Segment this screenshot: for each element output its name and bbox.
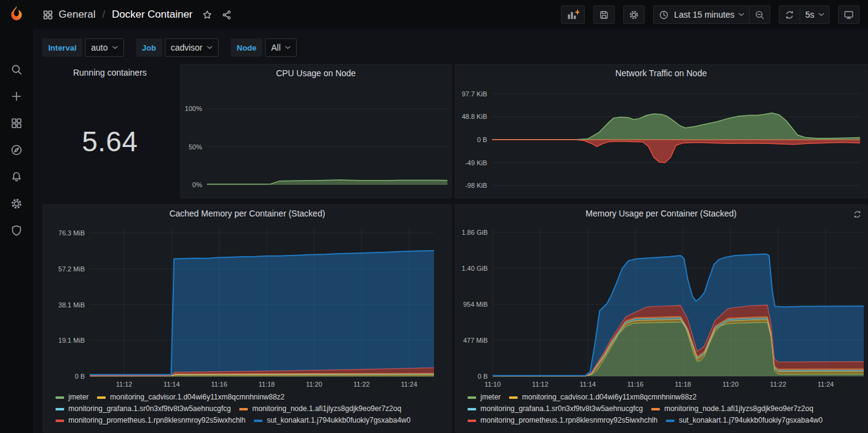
star-icon[interactable] <box>202 10 212 20</box>
y-tick-label: 19.1 MiB <box>59 337 85 344</box>
shield-icon[interactable] <box>10 224 23 237</box>
legend-label: jmeter <box>480 392 501 403</box>
y-tick-label: 50% <box>189 143 202 151</box>
legend-swatch <box>56 408 64 410</box>
x-tick-label: 11:14 <box>580 381 596 388</box>
legend-item[interactable]: monitoring_prometheus.1.rpn8klesnmroy92s… <box>56 415 245 426</box>
variable-job-value[interactable]: cadvisor <box>165 38 219 57</box>
legend-item[interactable]: monitoring_prometheus.1.rpn8klesnmroy92s… <box>468 415 657 426</box>
search-icon[interactable] <box>10 63 23 76</box>
panel-title[interactable]: Network Traffic on Node <box>455 68 867 78</box>
settings-icon[interactable] <box>10 198 23 210</box>
explore-icon[interactable] <box>10 144 23 156</box>
x-tick-label: 11:16 <box>627 381 643 388</box>
legend-row: jmetermonitoring_cadvisor.1.d04wi6y11xm8… <box>468 392 862 403</box>
time-picker: Last 15 minutes <box>653 5 770 24</box>
dashboards-icon[interactable] <box>10 117 23 129</box>
legend-row: monitoring_grafana.1.sr0n3xf9tv8t3w5aehn… <box>468 403 862 415</box>
legend-item[interactable]: monitoring_cadvisor.1.d04wi6y11xm8qcmnhn… <box>97 392 284 403</box>
y-tick-label: 0% <box>192 181 202 188</box>
legend-item[interactable]: jmeter <box>56 392 89 403</box>
dashboard-grid-icon <box>43 10 53 20</box>
legend-label: monitoring_node.1.afi1jlyzs8gdjk9eo9er7z… <box>252 403 401 415</box>
legend-label: monitoring_prometheus.1.rpn8klesnmroy92s… <box>68 415 245 426</box>
legend-swatch <box>239 408 248 410</box>
variable-job: Job cadvisor <box>136 38 219 57</box>
chevron-down-icon <box>739 13 744 16</box>
topbar: General / Docker Container Last 15 minut… <box>33 0 868 29</box>
refresh-interval-button[interactable]: 5s <box>800 6 829 23</box>
legend-item[interactable]: sut_konakart.1.j794ukkb0fuokiy7gsxaba4w0 <box>254 415 411 426</box>
legend-swatch <box>97 396 106 399</box>
legend-item[interactable]: monitoring_node.1.afi1jlyzs8gdjk9eo9er7z… <box>239 403 401 415</box>
panel-title[interactable]: Memory Usage per Container (Stacked) <box>455 209 867 218</box>
legend-swatch <box>468 408 476 410</box>
chevron-down-icon <box>819 13 824 16</box>
legend-item[interactable]: monitoring_cadvisor.1.d04wi6y11xm8qcmnhn… <box>509 392 696 403</box>
panel-refresh-icon[interactable] <box>853 210 862 219</box>
y-tick-label: 38.1 MiB <box>59 301 85 309</box>
x-tick-label: 11:20 <box>306 381 322 388</box>
variable-node-value[interactable]: All <box>265 38 297 57</box>
legend-label: jmeter <box>68 392 89 403</box>
variable-node: Node All <box>231 38 297 57</box>
y-tick-label: 48.8 KiB <box>461 113 487 120</box>
x-tick-label: 11:22 <box>353 381 370 388</box>
variable-interval-value-text: auto <box>91 43 107 52</box>
variables-row: Interval auto Job cadvisor Node All <box>42 38 297 57</box>
legend-item[interactable]: monitoring_node.1.afi1jlyzs8gdjk9eo9er7z… <box>651 403 813 415</box>
y-tick-label: 57.2 MiB <box>59 265 85 273</box>
x-tick-label: 11:22 <box>770 381 786 388</box>
y-tick-label: -49 KiB <box>465 159 487 166</box>
dashboard-toolbar: Last 15 minutes 5s <box>561 5 859 24</box>
alerting-icon[interactable] <box>10 171 23 183</box>
legend-label: monitoring_grafana.1.sr0n3xf9tv8t3w5aehn… <box>68 403 231 415</box>
legend-swatch <box>468 420 476 422</box>
variable-node-label[interactable]: Node <box>231 38 263 57</box>
legend-label: monitoring_grafana.1.sr0n3xf9tv8t3w5aehn… <box>480 403 643 415</box>
legend-label: sut_konakart.1.j794ukkb0fuokiy7gsxaba4w0 <box>679 415 823 426</box>
add-panel-button[interactable] <box>561 5 585 24</box>
network-chart[interactable]: 97.7 KiB48.8 KiB0 B-49 KiB-98 KiB <box>455 65 868 199</box>
zoom-out-button[interactable] <box>749 6 770 23</box>
y-tick-label: 76.3 MiB <box>59 229 85 237</box>
legend-swatch <box>468 396 476 399</box>
x-tick-label: 11:20 <box>722 381 739 388</box>
cpu-chart[interactable]: 100%50%0% <box>181 65 452 199</box>
variable-interval-value[interactable]: auto <box>85 38 123 57</box>
breadcrumb-separator: / <box>101 9 106 21</box>
save-dashboard-button[interactable] <box>593 5 615 24</box>
legend: jmetermonitoring_cadvisor.1.d04wi6y11xm8… <box>56 392 446 426</box>
breadcrumb: General / Docker Container <box>43 9 232 21</box>
time-range-button[interactable]: Last 15 minutes <box>654 6 749 23</box>
legend-label: monitoring_cadvisor.1.d04wi6y11xm8qcmnhn… <box>110 392 284 403</box>
legend-swatch <box>509 396 518 399</box>
variable-interval-label[interactable]: Interval <box>42 38 82 57</box>
legend-swatch <box>651 408 660 410</box>
cycle-view-button[interactable] <box>838 5 859 24</box>
dashboard-settings-button[interactable] <box>623 5 645 24</box>
x-tick-label: 11:24 <box>401 381 418 388</box>
share-icon[interactable] <box>222 10 232 20</box>
breadcrumb-title[interactable]: Docker Container <box>112 9 192 21</box>
time-range-label: Last 15 minutes <box>674 10 734 20</box>
add-icon[interactable] <box>10 90 23 102</box>
breadcrumb-section[interactable]: General <box>59 9 95 21</box>
panel-title[interactable]: Cached Memory per Container (Stacked) <box>43 209 451 218</box>
legend-label: monitoring_cadvisor.1.d04wi6y11xm8qcmnhn… <box>522 392 696 403</box>
refresh-group: 5s <box>779 5 830 24</box>
legend-item[interactable]: jmeter <box>468 392 501 403</box>
legend-item[interactable]: monitoring_grafana.1.sr0n3xf9tv8t3w5aehn… <box>468 403 643 415</box>
panel-title[interactable]: CPU Usage on Node <box>181 68 451 78</box>
variable-job-label[interactable]: Job <box>136 38 162 57</box>
legend-row: jmetermonitoring_cadvisor.1.d04wi6y11xm8… <box>56 392 446 403</box>
grafana-logo[interactable] <box>7 4 26 24</box>
chevron-down-icon <box>112 46 118 49</box>
panel-title[interactable]: Running containers <box>43 68 177 77</box>
refresh-button[interactable] <box>779 6 800 23</box>
y-tick-label: 97.7 KiB <box>461 90 487 98</box>
legend-item[interactable]: monitoring_grafana.1.sr0n3xf9tv8t3w5aehn… <box>56 403 231 415</box>
legend-item[interactable]: sut_konakart.1.j794ukkb0fuokiy7gsxaba4w0 <box>666 415 823 426</box>
legend-swatch <box>56 396 64 399</box>
legend-swatch <box>254 420 262 422</box>
